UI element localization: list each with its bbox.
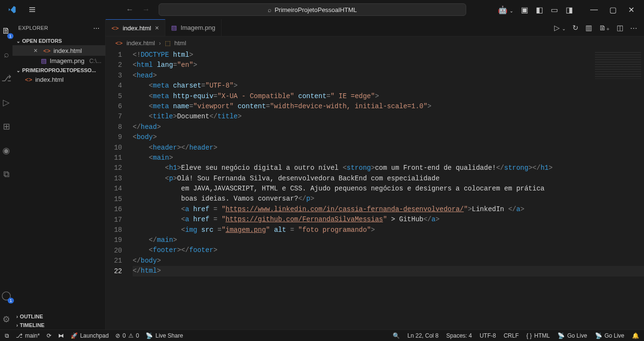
branch-icon: ⎇ (16, 332, 23, 339)
html-file-icon: <> (43, 47, 50, 54)
chevron-right-icon: › (159, 39, 161, 47)
accounts-icon[interactable]: ◯1 (1, 290, 11, 301)
image-file-icon: ▨ (41, 57, 47, 64)
nav-forward-icon[interactable]: → (142, 5, 150, 14)
branch-indicator[interactable]: ⎇main* (16, 332, 40, 339)
tab-label: index.html (123, 25, 151, 32)
language-mode-button[interactable]: { }HTML (526, 332, 550, 339)
error-icon: ⊘ (115, 332, 120, 339)
chevron-down-icon: ⌄ (16, 68, 20, 73)
go-live-button-2[interactable]: 📡Go Live (595, 332, 624, 339)
remote-icon: ⧉ (5, 332, 9, 339)
project-file-item[interactable]: <>index.html (12, 75, 105, 85)
open-editors-section[interactable]: ⌄ OPEN EDITORS (12, 37, 105, 45)
bell-icon: 🔔 (632, 332, 639, 339)
run-icon[interactable]: ▷ ⌄ (554, 24, 566, 32)
split-editor-icon[interactable]: ◫ (617, 24, 623, 32)
line-numbers: 12345678910111213141516171819202122 (106, 49, 133, 329)
extensions-icon[interactable]: ⊞ (3, 121, 10, 132)
notifications-button[interactable]: 🔔 (632, 332, 639, 339)
chevron-down-icon: ⌄ (16, 38, 20, 44)
launchpad-button[interactable]: 🚀Launchpad (71, 332, 109, 339)
search-icon: ⌕ (268, 6, 272, 13)
zoom-button[interactable]: 🔍 (393, 332, 400, 339)
indent-button[interactable]: Spaces: 4 (446, 332, 472, 339)
title-bar: ← → ⌕ PrimeiroProjetoPessoalHTML 🤖 ⌄ ▣ ◧… (0, 0, 644, 19)
liveshare-button[interactable]: 📡Live Share (146, 332, 183, 339)
activity-bar: 🗎1 ⌕ ⎇ ▷ ⊞ ◉ ⧉ ◯1 ⚙ (0, 19, 12, 329)
image-file-icon: ▨ (171, 24, 177, 31)
editor-tab[interactable]: <>index.html× (106, 19, 165, 36)
copilot-icon[interactable]: 🤖 ⌄ (498, 5, 513, 14)
broadcast-icon: 📡 (595, 332, 602, 339)
file-name: index.html (53, 47, 82, 54)
remote-icon[interactable]: ⧉ (3, 169, 10, 179)
new-file-icon[interactable]: 🗎₊ (599, 24, 610, 32)
html-file-icon: <> (115, 39, 123, 47)
panel-left-icon[interactable]: ◧ (536, 5, 543, 14)
timeline-icon[interactable]: ↻ (572, 24, 579, 32)
remote-indicator[interactable]: ⧉ (5, 332, 9, 339)
github-icon[interactable]: ◉ (2, 145, 10, 156)
broadcast-icon: 📡 (557, 332, 565, 339)
graph-button[interactable]: ⧓ (58, 332, 64, 339)
editor-more-icon[interactable]: ⋯ (630, 24, 637, 32)
command-center-search[interactable]: ⌕ PrimeiroProjetoPessoalHTML (159, 3, 466, 16)
code-icon: { } (526, 332, 532, 339)
encoding-button[interactable]: UTF-8 (480, 332, 496, 339)
sync-icon: ⟳ (47, 332, 51, 339)
window-maximize-icon[interactable]: ▢ (609, 5, 617, 14)
eol-button[interactable]: CRLF (504, 332, 519, 339)
project-section[interactable]: ⌄ PRIMEIROPROJETOPESSO... (12, 66, 105, 75)
sidebar-title: EXPLORER (18, 25, 48, 31)
code-content[interactable]: <!DOCTYPE html><html lang="en"><head> <m… (133, 49, 644, 329)
rocket-icon: 🚀 (71, 332, 78, 339)
open-editor-item[interactable]: ▨Imagem.pngC:\... (12, 56, 105, 66)
file-path: C:\... (89, 58, 101, 64)
timeline-section[interactable]: › TIMELINE (12, 321, 105, 329)
nav-back-icon[interactable]: ← (126, 5, 134, 14)
panel-right-icon[interactable]: ◨ (566, 5, 573, 14)
problems-indicator[interactable]: ⊘0 ⚠0 (115, 332, 139, 339)
cursor-position[interactable]: Ln 22, Col 8 (408, 332, 439, 339)
explorer-icon[interactable]: 🗎1 (2, 26, 11, 36)
liveshare-icon: 📡 (146, 332, 153, 339)
zoom-icon: 🔍 (393, 332, 400, 339)
sync-button[interactable]: ⟳ (47, 332, 51, 339)
warning-icon: ⚠ (128, 332, 134, 339)
symbol-icon: ⬚ (165, 39, 171, 47)
tab-label: Imagem.png (181, 24, 215, 31)
file-name: Imagem.png (50, 57, 84, 64)
sidebar-more-icon[interactable]: ⋯ (93, 25, 99, 32)
file-name: index.html (35, 76, 63, 83)
tabs-row: <>index.html×▨Imagem.png ▷ ⌄ ↻ ▥ 🗎₊ ◫ ⋯ (106, 19, 644, 37)
explorer-sidebar: EXPLORER ⋯ ⌄ OPEN EDITORS ×<>index.html▨… (12, 19, 106, 329)
close-icon[interactable]: × (34, 47, 40, 54)
outline-section[interactable]: › OUTLINE (12, 312, 105, 321)
window-close-icon[interactable]: ✕ (628, 5, 634, 14)
graph-icon: ⧓ (58, 332, 64, 339)
html-file-icon: <> (25, 76, 32, 83)
code-editor[interactable]: 12345678910111213141516171819202122 <!DO… (106, 49, 644, 329)
window-minimize-icon[interactable]: — (590, 5, 598, 14)
editor-area: <>index.html×▨Imagem.png ▷ ⌄ ↻ ▥ 🗎₊ ◫ ⋯ … (106, 19, 644, 329)
html-file-icon: <> (111, 25, 119, 32)
compare-icon[interactable]: ▥ (585, 24, 592, 32)
layout-customize-icon[interactable]: ▣ (521, 5, 528, 14)
chevron-right-icon: › (16, 314, 18, 319)
chevron-right-icon: › (16, 323, 18, 328)
close-icon[interactable]: × (155, 24, 159, 32)
open-editor-item[interactable]: ×<>index.html (12, 45, 105, 56)
search-icon[interactable]: ⌕ (4, 50, 9, 60)
hamburger-menu-icon[interactable] (24, 6, 40, 13)
vscode-logo-icon (4, 5, 20, 14)
search-text: PrimeiroProjetoPessoalHTML (274, 6, 357, 13)
settings-gear-icon[interactable]: ⚙ (2, 314, 10, 325)
breadcrumb[interactable]: <> index.html › ⬚ html (106, 37, 644, 49)
editor-tab[interactable]: ▨Imagem.png (165, 19, 222, 36)
panel-bottom-icon[interactable]: ▭ (551, 5, 558, 14)
go-live-button[interactable]: 📡Go Live (557, 332, 587, 339)
status-bar: ⧉ ⎇main* ⟳ ⧓ 🚀Launchpad ⊘0 ⚠0 📡Live Shar… (0, 329, 644, 341)
source-control-icon[interactable]: ⎇ (1, 73, 12, 84)
run-debug-icon[interactable]: ▷ (3, 97, 10, 108)
